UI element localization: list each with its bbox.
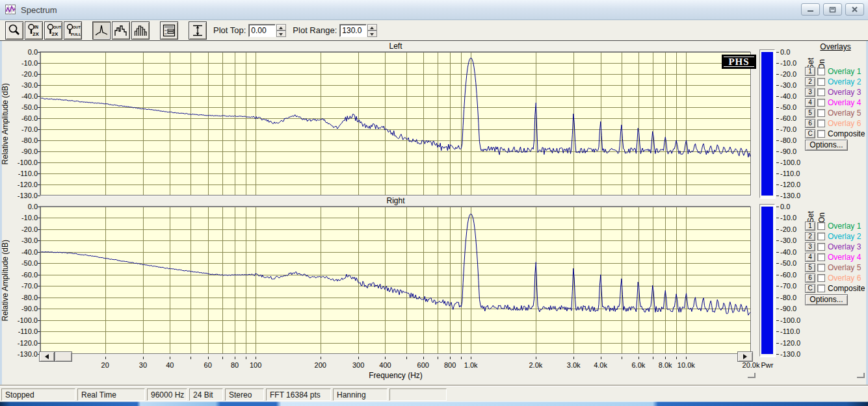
meter-tick-label: -90.0 xyxy=(780,305,805,312)
zoom-tool-button[interactable] xyxy=(5,21,23,40)
x-tick-label: 4.0k xyxy=(585,361,617,369)
close-button[interactable] xyxy=(845,3,864,16)
scroll-left-button[interactable] xyxy=(39,351,55,362)
y-tick-mark xyxy=(38,286,40,286)
meter-tick-mark xyxy=(776,240,779,241)
x-tick-mark xyxy=(601,357,601,359)
y-tick-label: -90.0 xyxy=(10,305,38,312)
restore-button[interactable] xyxy=(823,3,842,16)
meter-tick-mark xyxy=(776,354,779,355)
plot-range-tool-button[interactable] xyxy=(189,21,207,40)
overlay-set-button-1-left[interactable]: 1 xyxy=(805,67,815,76)
x-tick-mark xyxy=(256,357,256,359)
y-tick-mark xyxy=(38,252,40,253)
overlay-set-button-c-left[interactable]: C xyxy=(805,129,815,138)
overlay-options-button-right[interactable]: Options... xyxy=(805,294,848,305)
zoom-out-2x-button[interactable]: OUT 2X xyxy=(44,21,62,40)
line-plot-icon xyxy=(94,23,109,38)
plot-top-spinner[interactable] xyxy=(276,24,286,37)
status-cell-real-time: Real Time xyxy=(77,388,145,401)
y-tick-label: -130.0 xyxy=(10,192,38,199)
resize-grip[interactable] xyxy=(857,373,865,378)
x-tick-label: 40 xyxy=(153,361,186,369)
overlay-options-button-left[interactable]: Options... xyxy=(805,140,848,151)
overlay-set-button-4-right[interactable]: 4 xyxy=(805,253,815,262)
y-tick-label: 0.0 xyxy=(10,48,38,56)
x-tick-mark xyxy=(573,357,574,359)
overlay-on-checkbox-c-right[interactable] xyxy=(817,285,825,292)
overlay-on-checkbox-1-left[interactable] xyxy=(817,68,825,75)
overlay-on-checkbox-2-left[interactable] xyxy=(817,78,825,86)
display-settings-button[interactable]: xx xx xyxy=(160,21,178,40)
y-tick-mark xyxy=(38,52,40,53)
overlay-on-checkbox-4-right[interactable] xyxy=(817,253,825,261)
overlay-set-button-3-left[interactable]: 3 xyxy=(805,88,815,97)
meter-tick-mark xyxy=(776,151,779,152)
y-tick-label: -50.0 xyxy=(10,259,38,267)
overlay-set-button-2-left[interactable]: 2 xyxy=(805,77,815,86)
overlay-label-5-left: Overlay 5 xyxy=(828,108,861,118)
x-tick-label: 100 xyxy=(239,361,272,369)
y-tick-mark xyxy=(38,263,40,264)
plot-title-left: Left xyxy=(40,42,751,51)
scroll-right-button[interactable] xyxy=(737,351,753,362)
overlay-set-button-c-right[interactable]: C xyxy=(805,284,815,293)
meter-tick-mark xyxy=(776,63,779,64)
zoom-in-2x-icon: IN 2X xyxy=(26,23,42,38)
line-spectrum-mode-button[interactable] xyxy=(92,21,111,40)
x-tick-label: 400 xyxy=(369,361,401,369)
x-tick-mark xyxy=(536,357,536,359)
overlay-on-checkbox-3-left[interactable] xyxy=(817,88,825,96)
power-meter-bar xyxy=(761,207,773,354)
zoom-out-full-button[interactable]: OUT FULL xyxy=(64,21,82,40)
overlay-set-button-2-right[interactable]: 2 xyxy=(805,232,815,241)
svg-text:IN: IN xyxy=(34,25,39,29)
y-tick-label: -70.0 xyxy=(10,282,38,290)
overlay-on-checkbox-1-right[interactable] xyxy=(817,222,825,230)
overlay-on-checkbox-6-right[interactable] xyxy=(817,274,825,282)
spin-down-icon xyxy=(367,31,377,37)
x-tick-mark xyxy=(246,357,246,359)
y-tick-label: -130.0 xyxy=(10,350,38,358)
y-tick-label: -60.0 xyxy=(10,271,38,279)
spectrum-window: Spectrum IN 2X OUT xyxy=(0,0,868,406)
zoom-in-2x-button[interactable]: IN 2X xyxy=(25,21,43,40)
overlay-set-button-3-right[interactable]: 3 xyxy=(805,242,815,251)
power-meter-right xyxy=(759,204,775,357)
y-tick-mark xyxy=(38,162,40,163)
overlay-on-checkbox-5-right[interactable] xyxy=(817,264,825,272)
meter-tick-mark xyxy=(776,173,779,174)
x-tick-label: 20 xyxy=(89,361,122,369)
overlay-set-button-1-right[interactable]: 1 xyxy=(805,222,815,231)
overlay-set-button-6-right[interactable]: 6 xyxy=(805,273,815,283)
x-tick-mark xyxy=(665,357,666,359)
vertical-range-icon xyxy=(191,23,205,38)
plot-range-spinner[interactable] xyxy=(367,24,377,37)
resize-grip[interactable] xyxy=(748,373,756,378)
overlay-on-checkbox-4-left[interactable] xyxy=(817,99,825,107)
overlay-set-button-5-right[interactable]: 5 xyxy=(805,263,815,272)
svg-text:OUT: OUT xyxy=(73,25,81,29)
overlay-label-3-right: Overlay 3 xyxy=(828,242,861,251)
minimize-button[interactable] xyxy=(801,3,820,16)
overlay-set-button-6-left[interactable]: 6 xyxy=(805,119,815,128)
meter-tick-label: -120.0 xyxy=(780,339,805,347)
overlay-set-button-5-left[interactable]: 5 xyxy=(805,108,815,118)
meter-tick-label: -10.0 xyxy=(780,59,805,67)
y-tick-mark xyxy=(38,343,40,344)
step-spectrum-mode-button[interactable] xyxy=(112,21,130,40)
plot-range-input[interactable] xyxy=(339,24,367,37)
overlay-label-6-left: Overlay 6 xyxy=(828,119,861,128)
plot-top-input[interactable] xyxy=(248,24,276,37)
bar-spectrum-mode-button[interactable] xyxy=(131,21,150,40)
overlay-on-checkbox-2-right[interactable] xyxy=(817,233,825,240)
overlay-on-checkbox-c-left[interactable] xyxy=(817,130,825,138)
overlay-on-checkbox-6-left[interactable] xyxy=(817,120,825,127)
overlay-on-checkbox-5-left[interactable] xyxy=(817,109,825,117)
overlay-on-checkbox-3-right[interactable] xyxy=(817,243,825,251)
titlebar: Spectrum xyxy=(0,0,868,20)
scroll-thumb-box[interactable] xyxy=(55,351,72,362)
y-tick-mark xyxy=(38,218,40,218)
overlay-label-6-right: Overlay 6 xyxy=(828,273,861,283)
overlay-set-button-4-left[interactable]: 4 xyxy=(805,98,815,107)
